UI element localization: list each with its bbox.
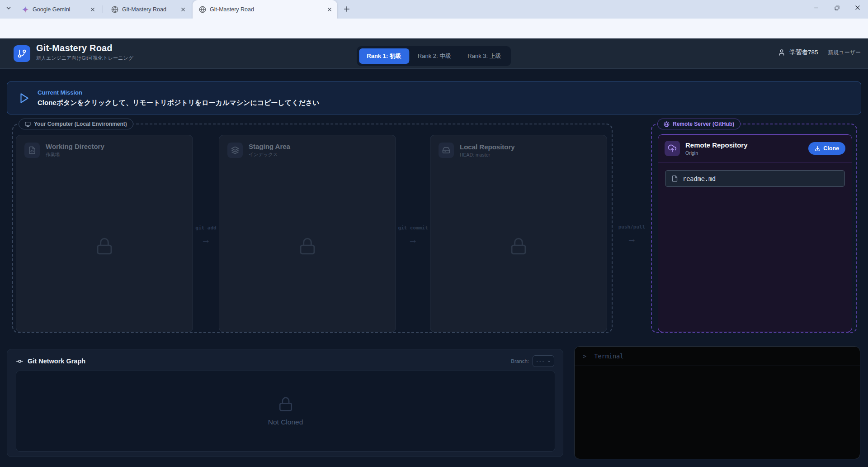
tab-rank-2[interactable]: Rank 2: 中級 [410, 48, 459, 64]
app-header: Git-Mastery Road 新人エンジニア向けGit可視化トレーニング R… [0, 38, 868, 69]
lock-icon [298, 237, 316, 255]
gemini-icon [22, 6, 29, 13]
layers-icon [227, 143, 243, 158]
panel-title: Working Directory [46, 143, 104, 150]
play-icon [18, 92, 30, 104]
file-name: readme.md [683, 175, 716, 182]
remote-repository-title: Remote Repository [685, 141, 748, 149]
right-arrow-icon: → [408, 235, 418, 244]
close-icon[interactable] [326, 6, 333, 13]
mission-label: Current Mission [38, 89, 320, 96]
tab-rank-3[interactable]: Rank 3: 上級 [460, 48, 509, 64]
browser-tab-git-mastery-1[interactable]: Git-Mastery Road [105, 0, 191, 19]
window-minimize-button[interactable] [806, 0, 826, 15]
mission-text: Cloneボタンをクリックして、リモートリポジトリをローカルマシンにコピーしてく… [38, 99, 320, 107]
app-subtitle: 新人エンジニア向けGit可視化トレーニング [36, 55, 133, 62]
browser-toolbar: 01 仕事用 [0, 19, 868, 38]
staging-area-panel: Staging Area インデックス [219, 135, 396, 332]
terminal-title: Terminal [594, 353, 623, 360]
working-directory-panel: Working Directory 作業場 [16, 135, 193, 332]
panel-subtitle: HEAD: master [460, 152, 515, 157]
tab-title: Google Gemini [33, 6, 86, 13]
remote-server-label: Remote Server (GitHub) [657, 119, 741, 129]
git-branch-logo-icon [14, 45, 30, 62]
window-restore-button[interactable] [826, 0, 847, 15]
graph-empty-state: Not Cloned [268, 418, 303, 426]
current-mission-banner: Current Mission Cloneボタンをクリックして、リモートリポジト… [7, 81, 861, 114]
tab-divider [103, 5, 103, 13]
lock-icon [509, 237, 528, 255]
globe-favicon [111, 6, 118, 13]
branch-label: Branch: [511, 358, 529, 364]
browser-tab-gemini[interactable]: Google Gemini [15, 0, 100, 19]
username-label: 学習者785 [789, 48, 818, 57]
globe-favicon [199, 6, 206, 13]
download-icon [815, 146, 821, 152]
local-environment-container: Your Computer (Local Environment) Workin… [12, 124, 613, 333]
tab-rank-1[interactable]: Rank 1: 初級 [359, 48, 409, 64]
panel-title: Local Repository [460, 143, 515, 151]
right-arrow-icon: → [627, 234, 637, 243]
git-mastery-app: Git-Mastery Road 新人エンジニア向けGit可視化トレーニング R… [0, 38, 868, 467]
local-repository-panel: Local Repository HEAD: master [430, 135, 607, 332]
lock-icon [95, 237, 113, 255]
globe-icon [664, 121, 670, 127]
window-close-button[interactable] [847, 0, 868, 15]
remote-repository-panel: Remote Repository Origin Clone readme.md [658, 134, 852, 332]
user-icon [778, 49, 785, 56]
tab-title: Git-Mastery Road [210, 6, 323, 13]
right-arrow-icon: → [201, 235, 211, 244]
git-network-graph-panel: Git Network Graph Branch: --- Not Cloned [7, 349, 563, 457]
hard-drive-icon [439, 143, 454, 158]
git-commit-icon [16, 357, 24, 365]
app-title: Git-Mastery Road [36, 43, 133, 53]
git-add-arrow: git add → [193, 225, 219, 244]
panel-subtitle: インデックス [249, 152, 290, 158]
file-code-icon [24, 143, 40, 158]
terminal-panel[interactable]: >_ Terminal [574, 346, 860, 459]
terminal-prompt-icon: >_ [583, 353, 590, 360]
close-icon[interactable] [90, 6, 96, 13]
graph-title: Git Network Graph [28, 357, 85, 365]
remote-file-row[interactable]: readme.md [665, 170, 845, 187]
new-user-link[interactable]: 新規ユーザー [828, 49, 861, 57]
close-icon[interactable] [180, 6, 186, 13]
chevron-down-icon [547, 359, 551, 363]
file-icon [671, 175, 678, 182]
push-pull-arrow: push/pull → [613, 224, 651, 243]
panel-title: Staging Area [249, 143, 290, 150]
monitor-icon [25, 121, 31, 127]
remote-repository-subtitle: Origin [685, 150, 748, 156]
lock-icon [278, 396, 293, 412]
browser-tab-strip: Google Gemini Git-Mastery Road Git-Maste… [0, 0, 868, 19]
remote-server-container: Remote Server (GitHub) Remote Repository… [651, 124, 857, 333]
rank-tabs: Rank 1: 初級 Rank 2: 中級 Rank 3: 上級 [357, 46, 511, 66]
new-tab-button[interactable] [343, 5, 351, 13]
browser-tab-git-mastery-active[interactable]: Git-Mastery Road [193, 0, 337, 19]
tab-title: Git-Mastery Road [122, 6, 176, 13]
panel-subtitle: 作業場 [46, 152, 104, 158]
clone-button[interactable]: Clone [808, 142, 845, 155]
git-commit-arrow: git commit → [396, 225, 430, 244]
terminal-header: >_ Terminal [575, 347, 860, 366]
tab-search-icon[interactable] [5, 5, 12, 11]
graph-canvas: Not Cloned [16, 371, 555, 452]
branch-select[interactable]: --- [533, 355, 554, 367]
local-environment-label: Your Computer (Local Environment) [19, 119, 133, 129]
cloud-upload-icon [665, 141, 680, 156]
